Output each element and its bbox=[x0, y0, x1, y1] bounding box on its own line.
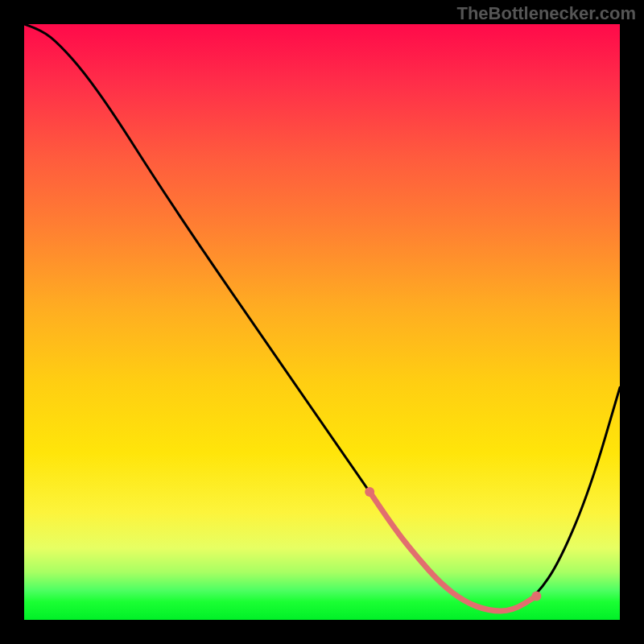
highlight-segment bbox=[369, 492, 536, 611]
highlight-end-dot bbox=[531, 591, 541, 601]
highlight-start-dot bbox=[365, 487, 374, 497]
watermark-text: TheBottlenecker.com bbox=[456, 3, 636, 24]
chart-root: TheBottlenecker.com bbox=[0, 0, 644, 644]
bottleneck-curve bbox=[24, 24, 620, 620]
curve-line bbox=[24, 24, 620, 611]
plot-frame bbox=[24, 24, 620, 620]
plot-area bbox=[24, 24, 620, 620]
